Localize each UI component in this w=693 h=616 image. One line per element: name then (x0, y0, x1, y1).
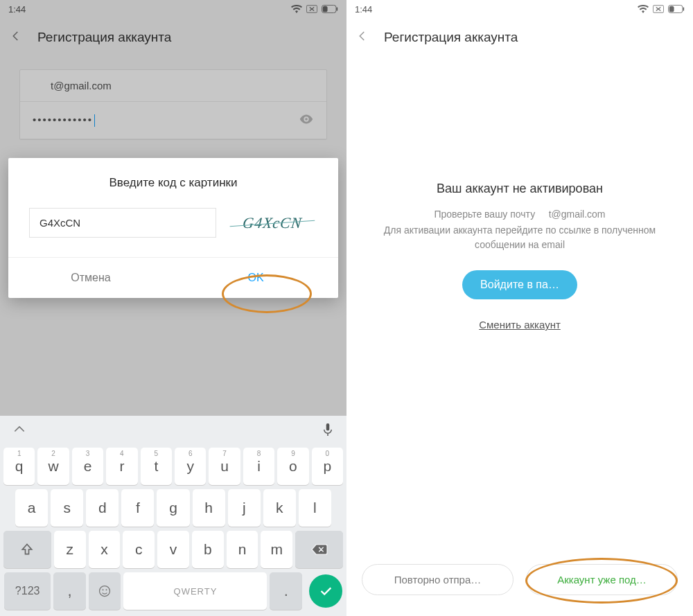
svg-point-5 (100, 586, 110, 597)
kb-row-3: zxcvbnm (0, 529, 346, 570)
confirmed-button[interactable]: Аккаунт уже под… (526, 564, 678, 595)
kb-row-1: 1q2w3e4r5t6y7u8i9o0p (0, 446, 346, 487)
key-k[interactable]: k (263, 489, 296, 527)
dialog-title: Введите код с картинки (8, 158, 338, 204)
svg-rect-4 (326, 423, 330, 431)
bottom-actions: Повторно отпра… Аккаунт уже под… (346, 564, 693, 595)
key-s[interactable]: s (51, 489, 83, 527)
kb-expand-icon[interactable] (12, 423, 26, 439)
header: Регистрация аккаунта (346, 18, 693, 57)
svg-point-7 (106, 589, 107, 590)
key-r[interactable]: 4r (106, 448, 137, 485)
key-v[interactable]: v (157, 531, 189, 568)
key-f[interactable]: f (121, 489, 154, 527)
wifi-icon (638, 5, 649, 13)
cancel-button[interactable]: Отмена (8, 258, 173, 298)
space-key[interactable]: QWERTY (123, 572, 267, 610)
svg-rect-11 (683, 7, 684, 10)
key-x[interactable]: x (89, 531, 121, 568)
phone-right: 1:44 Регистрация аккаунта Ваш аккаунт не… (346, 0, 693, 616)
fn-123-key[interactable]: ?123 (4, 572, 51, 610)
key-p[interactable]: 0p (312, 448, 343, 485)
key-o[interactable]: 9o (277, 448, 308, 485)
key-c[interactable]: c (123, 531, 155, 568)
kb-row-4: ?123 , QWERTY . (0, 570, 346, 612)
activation-heading: Ваш аккаунт не активирован (371, 182, 668, 196)
check-mail-line: Проверьте вашу почту t@gmail.com (371, 207, 668, 222)
captcha-image[interactable]: G4XcCN (226, 209, 319, 238)
key-z[interactable]: z (54, 531, 86, 568)
key-d[interactable]: d (86, 489, 119, 527)
backspace-key[interactable] (295, 531, 343, 568)
battery-icon (668, 5, 685, 13)
key-i[interactable]: 8i (243, 448, 274, 485)
key-w[interactable]: 2w (37, 448, 69, 485)
key-m[interactable]: m (261, 531, 292, 568)
activation-block: Ваш аккаунт не активирован Проверьте ваш… (346, 57, 693, 331)
close-box-icon (653, 5, 664, 13)
login-button[interactable]: Войдите в па… (462, 270, 577, 299)
comma-key[interactable]: , (53, 572, 86, 610)
page-title: Регистрация аккаунта (384, 30, 518, 45)
status-time: 1:44 (355, 4, 372, 15)
captcha-input[interactable] (29, 208, 216, 238)
captcha-dialog: Введите код с картинки G4XcCN Отмена OK (8, 158, 338, 298)
period-key[interactable]: . (270, 572, 302, 610)
instruction-line: Для активации аккаунта перейдите по ссыл… (371, 223, 668, 252)
status-bar: 1:44 (346, 0, 693, 18)
svg-rect-10 (669, 6, 674, 12)
key-g[interactable]: g (157, 489, 189, 527)
back-icon[interactable] (356, 30, 369, 45)
phone-left: 1:44 Регистрация аккаунта t@gmail.com ••… (0, 0, 346, 616)
key-b[interactable]: b (192, 531, 224, 568)
kb-row-2: asdfghjkl (0, 487, 346, 529)
key-q[interactable]: 1q (3, 448, 35, 485)
ok-button[interactable]: OK (173, 258, 338, 298)
key-j[interactable]: j (228, 489, 261, 527)
shift-key[interactable] (3, 531, 51, 568)
key-u[interactable]: 7u (209, 448, 240, 485)
key-l[interactable]: l (299, 489, 331, 527)
key-t[interactable]: 5t (141, 448, 172, 485)
key-y[interactable]: 6y (175, 448, 206, 485)
emoji-key[interactable] (89, 572, 121, 610)
key-a[interactable]: a (15, 489, 48, 527)
key-e[interactable]: 3e (72, 448, 103, 485)
switch-account-link[interactable]: Сменить аккаунт (479, 319, 561, 331)
key-n[interactable]: n (227, 531, 258, 568)
svg-point-6 (103, 589, 104, 590)
resend-button[interactable]: Повторно отпра… (362, 564, 514, 595)
key-h[interactable]: h (193, 489, 225, 527)
mic-icon[interactable] (322, 422, 334, 440)
enter-key[interactable] (309, 574, 342, 608)
keyboard: 1q2w3e4r5t6y7u8i9o0p asdfghjkl zxcvbnm ?… (0, 416, 346, 616)
